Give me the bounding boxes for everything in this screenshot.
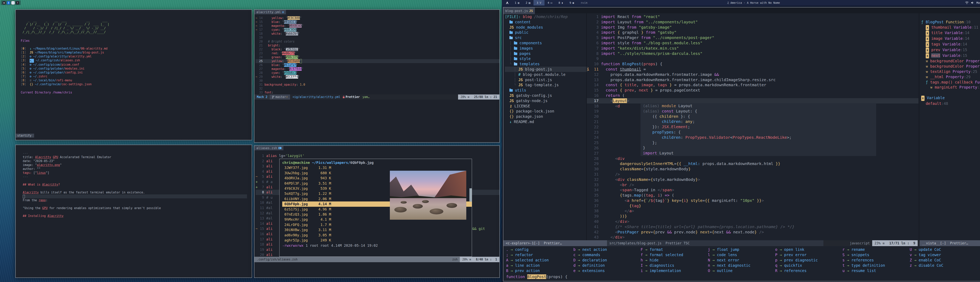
code-line[interactable]: 32 [256,87,500,91]
date-label[interactable]: May 25, 2020 [977,1,980,4]
lf-scrollbar[interactable] [469,188,472,202]
explorer-item[interactable]: content [505,19,588,25]
startify-entry[interactable]: [5] ⚙ ~/.config/polybar/modules.ini [21,67,252,70]
code-line[interactable]: 1 import React from "react" [587,14,918,19]
explorer-item[interactable]: JS gatsby-node.js [505,98,588,104]
code-line[interactable]: 43 </div> [587,234,918,240]
code-line[interactable]: 29 dangerouslySetInnerHTML={{ __html: pr… [587,161,918,166]
code-line[interactable]: 38 </a> [587,208,918,213]
vista-item[interactable]: x next Variable:15 [921,53,980,59]
tab-blog-post-js[interactable]: blog-post.jsJS [503,8,535,14]
code-line[interactable]: 36 <a href={`/${tag}`} key={i} style={{ … [587,198,918,203]
bluetooth-icon[interactable]: ᛒ [7,1,10,5]
alert-icon[interactable]: ! [16,1,19,5]
code-line[interactable]: 33 font: [256,91,500,94]
explorer-item[interactable]: {} package-lock.json [505,108,588,114]
code-line[interactable]: 13 props.data.markdownRemark.frontmatter… [587,77,918,83]
explorer-item[interactable]: │ images [505,46,588,51]
code-line[interactable]: ~ 15 blue: "#81A1C1" [256,20,500,24]
code-line[interactable]: 26 blue: "#61afef" [256,63,500,67]
vista-item[interactable]: ⚒ backgroundColor Property: [921,64,980,69]
lf-file-row[interactable]: 30iNVBw.jpg 3.11 M [282,227,472,233]
tab-alacritty-yml[interactable]: alacritty.yml⚙ [255,10,286,14]
code-line[interactable]: 31 /> [587,172,918,177]
code-line[interactable]: 16 return ( [587,93,918,98]
explorer-item[interactable]: src [505,35,588,40]
code-line[interactable]: 31 background_opacity: 1.0 [256,83,500,87]
code-line[interactable]: 14 const { title, image, tags } = props.… [587,82,918,88]
startify-entry[interactable]: [1] JS ~/Repos/blog/src/templates/blog-p… [21,51,252,54]
startify-entry[interactable]: [4] ⚙ ~/.config/picom/picom.conf [21,63,252,67]
explorer-item[interactable]: │ pages [505,51,588,56]
vista-item[interactable]: x Variable [921,95,980,101]
code-line[interactable]: 27 magenta: "#c678dd" [256,67,500,71]
explorer-item[interactable]: │ style [505,56,588,61]
explorer-item[interactable]: └ JS tag-template.js [505,82,588,88]
code-line[interactable]: ~ 29 white: "#ECEFF4" [256,75,500,79]
code-line[interactable]: 15 const { prev, next } = props.pageCont… [587,88,918,93]
code-line[interactable]: 34 <span>Tagged in </span> [587,187,918,193]
code-line[interactable]: 39 ))} [587,213,918,219]
lf-file-row[interactable]: 24LrDFQ.jpg 1.7 M [282,222,472,227]
code-line[interactable]: 6 import style from "./blog-post.module.… [587,40,918,46]
code-line[interactable]: 3 import Img from "gatsby-image" [587,25,918,30]
phone-icon[interactable]: ▯ [11,1,15,5]
workspace-1[interactable]: 1◍ [512,0,523,5]
vista-item[interactable]: default:48 [921,101,980,106]
code-line[interactable]: 30 className={style.markdownBody} [587,166,918,172]
explorer-item[interactable]: │ components [505,40,588,46]
vista-item[interactable]: ⚒ marginLeft Property:36 [921,84,980,90]
vista-item[interactable]: x prev Variable:15 [921,47,980,53]
tab-aliases-zsh[interactable]: aliases.zsh>_ [255,146,283,150]
vista-item[interactable]: ⚒ textAlign Property:25 [921,69,980,74]
explorer-item[interactable]: [FILE]: blog /home/chris/Rep [505,14,588,19]
explorer-item[interactable]: │ JS post-list.js [505,77,588,83]
explorer-item[interactable]: ⚷ LICENSE [505,104,588,109]
workspace-4[interactable]: 4▭ [544,0,555,5]
explorer-item[interactable]: │ JS blog-post.js [505,67,588,72]
code-line[interactable]: 17 <Layout> [587,98,918,104]
workspace-9[interactable]: 9◉ [566,0,577,5]
explorer-item[interactable]: ↓ README.md [505,119,588,124]
vista-item[interactable]: ⚒ backgroundColor Property: [921,58,980,64]
code-line[interactable]: 37 {tag} [587,203,918,209]
code-line[interactable]: 7 import "katex/dist/katex.min.css" [587,46,918,51]
code-line[interactable]: 40 </div> [587,219,918,224]
code-line[interactable]: ~ 16 magenta: "#B48EAD" [256,24,500,28]
code-line[interactable]: 22 black: "#5c6370" [256,48,500,51]
workspace-3-active[interactable]: 3V [533,0,544,5]
explorer-item[interactable]: utils [505,88,588,93]
code-line[interactable]: 19 [256,36,500,40]
wifi-icon[interactable] [965,2,969,4]
explorer-item[interactable]: │ # blog-post.module.le [505,72,588,77]
code-line[interactable]: 20 # Bright colors [256,40,500,43]
volume-icon[interactable] [971,2,974,4]
split-divider[interactable] [586,13,587,240]
code-line[interactable]: 5 import PostPager from "../components/p… [587,35,918,40]
vista-item[interactable] [921,90,980,95]
discord-icon[interactable]: ɞ [2,1,6,5]
code-line[interactable]: 2 import Layout from "../components/layo… [587,19,918,25]
code-line[interactable]: 9 [587,56,918,61]
explorer-item[interactable]: {} package.json [505,114,588,119]
code-line[interactable]: 28 cyan: "#56b6c2" [256,71,500,75]
code-line[interactable]: 30 [256,79,500,83]
code-line[interactable]: ~ 17 cyan: "#88C0D0" [256,28,500,32]
now-playing[interactable]: ♫ America - A Horse with No Name [727,0,780,5]
code-line[interactable]: 41 {/* <Share title={title} url={url} pa… [587,224,918,229]
code-line[interactable]: 8 import "../style/themes/prism-darcula.… [587,51,918,56]
vista-item[interactable]: x title Variable:14 [921,30,980,36]
code-line[interactable]: 28 <div [587,156,918,161]
startify-entry[interactable]: [9] {} ~/.config/nvim/coc-settings.json [21,82,252,86]
vista-item[interactable]: x image Variable:14 [921,36,980,41]
explorer-item[interactable]: public [505,30,588,35]
code-line[interactable]: 21 bright: [256,43,500,48]
workspace-8[interactable]: 8◗ [555,0,566,5]
code-line[interactable]: 18 white: "#abb2bf" [256,32,500,36]
code-line[interactable]: 42 <PostPager prev={prev && prev.node} n… [587,229,918,235]
code-line[interactable]: 25 yellow: "#d19a66" [256,59,500,63]
startify-entry[interactable]: [6] ⚙ ~/.config/polybar/config.ini [21,70,252,75]
vista-item[interactable]: x thumbnail Variable:11 [921,25,980,30]
code-line[interactable]: 10 function BlogPost(props) { [587,61,918,67]
code-line[interactable]: 35 {tags.map((tag, i) => ( [587,193,918,198]
